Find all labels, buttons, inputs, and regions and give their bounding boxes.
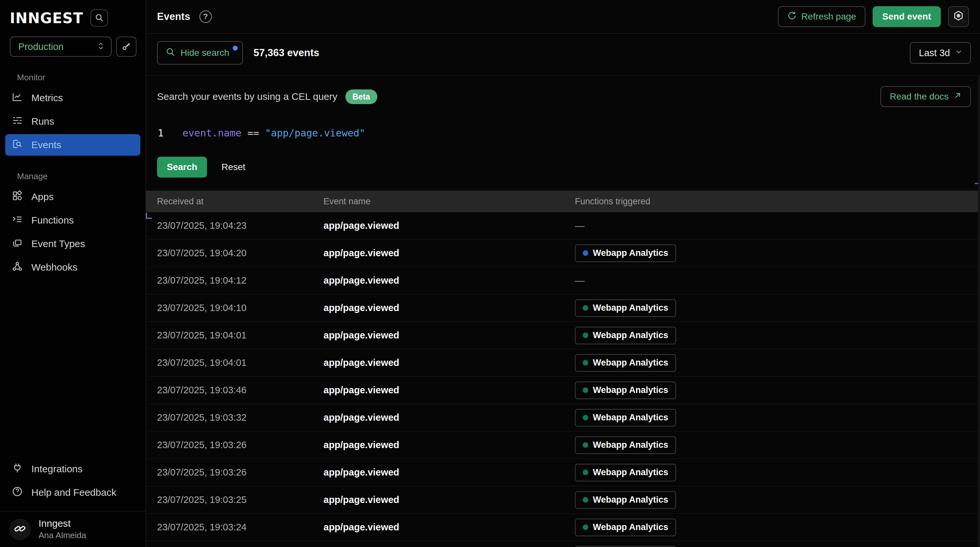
settings-button[interactable] xyxy=(948,6,969,27)
logo-row: INNGEST xyxy=(0,0,146,27)
inngest-mark-icon xyxy=(13,522,27,537)
sidebar-item-label: Functions xyxy=(31,215,74,226)
function-status-dot xyxy=(583,332,588,338)
refresh-page-label: Refresh page xyxy=(802,11,856,22)
sidebar-item-apps[interactable]: Apps xyxy=(5,186,140,208)
event-name-cell: app/page.viewed xyxy=(323,440,575,450)
table-row[interactable]: 23/07/2025, 19:03:25app/page.viewedWebap… xyxy=(146,486,980,514)
received-at-cell: 23/07/2025, 19:03:26 xyxy=(157,440,323,450)
sidebar-search-button[interactable] xyxy=(91,9,108,27)
function-badge-label: Webapp Analytics xyxy=(593,358,668,368)
function-badge-label: Webapp Analytics xyxy=(593,440,668,450)
event-name-cell: app/page.viewed xyxy=(323,412,575,423)
table-row[interactable]: 23/07/2025, 19:04:20app/page.viewedWebap… xyxy=(146,240,980,267)
function-status-dot xyxy=(583,415,588,420)
sidebar-item-integrations[interactable]: Integrations xyxy=(5,458,140,480)
event-name-cell: app/page.viewed xyxy=(323,358,575,368)
code-field: event.name xyxy=(183,127,242,139)
sidebar-item-events[interactable]: Events xyxy=(5,134,140,156)
function-badge[interactable]: Webapp Analytics xyxy=(575,409,676,426)
cel-actions: Search Reset xyxy=(146,157,971,178)
function-badge[interactable]: Webapp Analytics xyxy=(575,464,676,482)
received-at-cell: 23/07/2025, 19:04:01 xyxy=(157,330,323,341)
account-menu[interactable]: Inngest Ana Almeida xyxy=(0,511,146,547)
scroll-track[interactable] xyxy=(978,76,980,547)
table-row[interactable]: 23/07/2025, 19:03:24app/page.viewedWebap… xyxy=(146,514,980,541)
cel-query-code[interactable]: event.name == "app/page.viewed" xyxy=(167,127,365,139)
sidebar-item-metrics[interactable]: Metrics xyxy=(5,87,140,109)
functions-cell: — xyxy=(575,220,980,231)
reset-button[interactable]: Reset xyxy=(221,162,245,172)
function-status-dot xyxy=(583,525,588,530)
received-at-cell: 23/07/2025, 19:03:25 xyxy=(157,495,323,505)
hide-search-button[interactable]: Hide search xyxy=(157,41,243,65)
functions-cell: — xyxy=(575,275,980,286)
events-table: Received at Event name Functions trigger… xyxy=(146,191,980,547)
function-badge[interactable]: Webapp Analytics xyxy=(575,327,676,344)
sidebar-item-label: Event Types xyxy=(31,238,85,250)
table-row[interactable]: 23/07/2025, 19:04:23app/page.viewed— xyxy=(146,212,980,240)
sidebar: INNGEST Production Monitor xyxy=(0,0,146,547)
chevron-updown-icon xyxy=(97,42,105,52)
title-bar: Events ? Refresh page Send event xyxy=(146,0,980,33)
sidebar-item-runs[interactable]: Runs xyxy=(5,111,140,132)
function-badge[interactable]: Webapp Analytics xyxy=(575,546,676,547)
function-status-dot xyxy=(583,497,588,502)
environment-row: Production xyxy=(0,27,146,57)
events-count: 57,363 events xyxy=(253,47,319,59)
function-badge-label: Webapp Analytics xyxy=(593,385,668,395)
received-at-cell: 23/07/2025, 19:03:32 xyxy=(157,412,323,423)
functions-cell: Webapp Analytics xyxy=(575,436,980,454)
event-types-icon xyxy=(12,237,23,251)
cel-query-editor[interactable]: 1 event.name == "app/page.viewed" xyxy=(146,119,971,146)
received-at-cell: 23/07/2025, 19:04:12 xyxy=(157,275,323,286)
table-row[interactable]: 23/07/2025, 19:03:32app/page.viewedWebap… xyxy=(146,404,980,431)
table-row[interactable]: 23/07/2025, 19:04:01app/page.viewedWebap… xyxy=(146,322,980,349)
function-badge[interactable]: Webapp Analytics xyxy=(575,245,676,262)
sidebar-item-functions[interactable]: Functions xyxy=(5,210,140,231)
function-badge[interactable]: Webapp Analytics xyxy=(575,354,676,372)
functions-cell: Webapp Analytics xyxy=(575,491,980,509)
function-badge[interactable]: Webapp Analytics xyxy=(575,518,676,536)
function-badge-label: Webapp Analytics xyxy=(593,248,668,258)
cel-header: Search your events by using a CEL query … xyxy=(146,86,971,107)
no-functions-dash: — xyxy=(575,275,585,286)
function-badge[interactable]: Webapp Analytics xyxy=(575,491,676,509)
table-row[interactable]: 23/07/2025, 19:03:23app/page.viewedWebap… xyxy=(146,541,980,547)
environment-selector[interactable]: Production xyxy=(10,37,111,57)
editor-line-number: 1 xyxy=(146,127,167,139)
runs-icon xyxy=(12,115,23,128)
sidebar-item-label: Integrations xyxy=(31,463,83,475)
table-row[interactable]: 23/07/2025, 19:04:01app/page.viewedWebap… xyxy=(146,349,980,377)
sidebar-item-label: Events xyxy=(31,139,61,151)
refresh-page-button[interactable]: Refresh page xyxy=(778,6,865,27)
sidebar-footer-nav: Integrations Help and Feedback xyxy=(0,456,146,511)
table-row[interactable]: 23/07/2025, 19:04:12app/page.viewed— xyxy=(146,267,980,294)
table-row[interactable]: 23/07/2025, 19:04:10app/page.viewedWebap… xyxy=(146,294,980,322)
sidebar-item-webhooks[interactable]: Webhooks xyxy=(5,256,140,278)
event-name-cell: app/page.viewed xyxy=(323,220,575,231)
editor-resize-handle[interactable] xyxy=(146,213,152,219)
sidebar-item-help-feedback[interactable]: Help and Feedback xyxy=(5,482,140,503)
event-keys-button[interactable] xyxy=(116,37,137,57)
events-toolbar: Hide search 57,363 events Last 3d xyxy=(146,33,980,76)
function-badge[interactable]: Webapp Analytics xyxy=(575,299,676,317)
table-row[interactable]: 23/07/2025, 19:03:26app/page.viewedWebap… xyxy=(146,431,980,459)
events-help-icon[interactable]: ? xyxy=(199,10,212,23)
table-row[interactable]: 23/07/2025, 19:03:46app/page.viewedWebap… xyxy=(146,377,980,404)
time-range-dropdown[interactable]: Last 3d xyxy=(910,42,971,64)
function-badge[interactable]: Webapp Analytics xyxy=(575,436,676,454)
sidebar-item-event-types[interactable]: Event Types xyxy=(5,233,140,254)
function-status-dot xyxy=(583,470,588,475)
table-row[interactable]: 23/07/2025, 19:03:26app/page.viewedWebap… xyxy=(146,459,980,486)
apps-icon xyxy=(12,190,23,204)
search-button[interactable]: Search xyxy=(157,157,207,178)
functions-icon xyxy=(12,214,23,227)
read-docs-button[interactable]: Read the docs xyxy=(880,86,971,107)
table-body: 23/07/2025, 19:04:23app/page.viewed—23/0… xyxy=(146,212,980,547)
received-at-cell: 23/07/2025, 19:04:10 xyxy=(157,302,323,313)
event-name-cell: app/page.viewed xyxy=(323,467,575,478)
event-name-cell: app/page.viewed xyxy=(323,302,575,313)
function-badge[interactable]: Webapp Analytics xyxy=(575,382,676,399)
send-event-button[interactable]: Send event xyxy=(873,6,941,27)
